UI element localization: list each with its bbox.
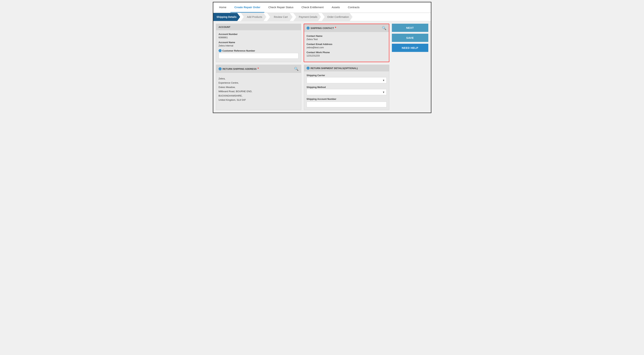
account-title: ACCOUNT (218, 26, 230, 28)
return-shipment-title: RETURN SHIPMENT DETAILS(OPTIONAL) (310, 67, 358, 70)
shipping-method-select-wrapper: ▼ (306, 89, 386, 95)
crn-label-row: i Customer Reference Number (218, 49, 298, 52)
shipping-contact-search-icon[interactable]: 🔍 (382, 26, 386, 30)
return-shipping-address-body: Zebra, Experience Centre, Dukes Meadow, … (216, 73, 301, 106)
account-header: ACCOUNT (216, 24, 301, 30)
return-shipping-required: * (258, 67, 259, 70)
shipping-method-label: Shipping Method (306, 86, 386, 88)
return-shipping-address-text: Zebra, Experience Centre, Dukes Meadow, … (218, 76, 298, 103)
left-column: ACCOUNT Account Number 6088861 Account N… (216, 24, 389, 110)
crn-input[interactable] (218, 53, 298, 59)
contact-name-label: Contact Name (306, 34, 386, 37)
account-number-value: 6088861 (218, 36, 298, 39)
account-name-label: Account Name (218, 41, 298, 44)
shipping-contact-info-icon[interactable]: i (306, 26, 310, 30)
return-shipment-info-icon[interactable]: i (306, 67, 310, 70)
step-add-products[interactable]: Add Products (241, 13, 266, 21)
shipping-contact-title: SHIPPING CONTACT (310, 27, 334, 30)
return-shipping-title: RETURN SHIPPING ADDRESS (222, 68, 257, 70)
save-button[interactable]: SAVE (392, 34, 428, 42)
contact-phone-value: 1231231233 (306, 54, 386, 57)
shipping-carrier-select-wrapper: ▼ (306, 77, 386, 83)
nav-assets[interactable]: Assets (328, 2, 344, 12)
step-review-cart[interactable]: Review Cart (267, 13, 292, 21)
return-shipment-details-header: i RETURN SHIPMENT DETAILS(OPTIONAL) (304, 65, 389, 72)
wizard-steps: Shipping Details Add Products Review Car… (213, 13, 431, 21)
need-help-button[interactable]: NEED HELP (392, 44, 428, 52)
shipping-contact-required: * (335, 26, 336, 30)
nav-check-repair-status[interactable]: Check Repair Status (264, 2, 298, 12)
account-card: ACCOUNT Account Number 6088861 Account N… (216, 24, 301, 62)
main-content: ACCOUNT Account Number 6088861 Account N… (213, 21, 431, 112)
next-button[interactable]: NEXT (392, 24, 428, 32)
account-number-label: Account Number (218, 33, 298, 36)
return-shipping-address-card: i RETURN SHIPPING ADDRESS * 🔍 Zebra, Exp… (216, 65, 301, 110)
nav-create-repair-order[interactable]: Create Repair Order (230, 2, 264, 12)
contact-phone-label: Contact Work Phone (306, 51, 386, 54)
shipping-account-number-label: Shipping Account Number (306, 98, 386, 100)
return-shipping-info-icon[interactable]: i (218, 68, 222, 70)
return-shipment-details-card: i RETURN SHIPMENT DETAILS(OPTIONAL) Ship… (304, 65, 389, 110)
contact-email-label: Contact Email Address (306, 43, 386, 46)
crn-label: Customer Reference Number (222, 49, 255, 52)
shipping-carrier-label: Shipping Carrier (306, 74, 386, 77)
crn-info-icon[interactable]: i (218, 49, 222, 52)
contact-name-value: Zebra Test (306, 38, 386, 40)
shipping-method-select[interactable] (307, 89, 386, 95)
return-shipping-search-icon[interactable]: 🔍 (294, 67, 298, 71)
nav-contracts[interactable]: Contracts (344, 2, 364, 12)
shipping-carrier-select[interactable] (307, 78, 386, 83)
top-navigation: Home Create Repair Order Check Repair St… (213, 2, 431, 13)
return-shipment-details-body: Shipping Carrier ▼ Shipping Method (304, 72, 389, 110)
shipping-contact-card: i SHIPPING CONTACT * 🔍 Contact Name Zebr… (304, 24, 389, 62)
right-column: NEXT SAVE NEED HELP (392, 24, 428, 110)
nav-home[interactable]: Home (215, 2, 230, 12)
top-row: ACCOUNT Account Number 6088861 Account N… (216, 24, 389, 62)
account-name-value: Zebra Internal (218, 44, 298, 47)
step-shipping-details[interactable]: Shipping Details (213, 13, 240, 21)
step-order-confirmation[interactable]: Order Confirmation (322, 13, 352, 21)
shipping-contact-body: Contact Name Zebra Test Contact Email Ad… (304, 32, 389, 62)
return-shipping-address-header: i RETURN SHIPPING ADDRESS * 🔍 (216, 65, 301, 73)
shipping-account-number-input[interactable] (306, 102, 386, 107)
nav-check-entitlement[interactable]: Check Entitlement (298, 2, 328, 12)
step-payment-details[interactable]: Payment Details (293, 13, 321, 21)
contact-email-value: zebra@test.com (306, 46, 386, 49)
bottom-row: i RETURN SHIPPING ADDRESS * 🔍 Zebra, Exp… (216, 65, 389, 110)
crn-section: i Customer Reference Number (218, 49, 298, 59)
account-body: Account Number 6088861 Account Name Zebr… (216, 30, 301, 61)
shipping-contact-header: i SHIPPING CONTACT * 🔍 (304, 24, 389, 32)
